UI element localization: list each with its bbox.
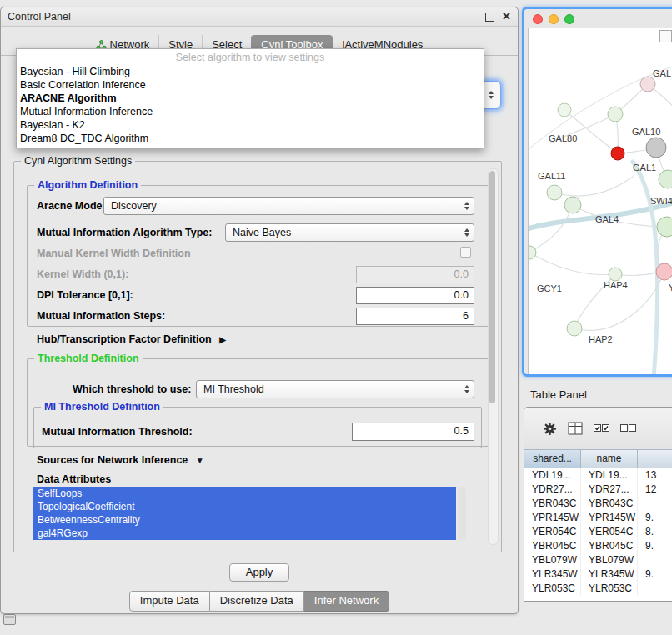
- window-controls: ✕: [485, 8, 511, 26]
- data-attribute-item-selfloops[interactable]: SelfLoops: [33, 487, 456, 500]
- kernel-width-label: Kernel Width (0,1):: [37, 268, 128, 280]
- apply-button[interactable]: Apply: [229, 563, 289, 582]
- network-node[interactable]: [609, 268, 622, 281]
- column-header-name[interactable]: name: [581, 450, 638, 468]
- network-node[interactable]: [646, 138, 666, 158]
- network-edge: [554, 177, 633, 196]
- hub-section-label: Hub/Transcription Factor Definition: [37, 333, 212, 345]
- network-node[interactable]: [529, 246, 536, 259]
- select-columns-icon[interactable]: [568, 422, 583, 435]
- network-view-window[interactable]: GALGAL80GAL10GAL11GAL1SWI4GAL4GCY1HAP4HA…: [522, 7, 672, 377]
- deselect-all-rows-icon[interactable]: [620, 424, 636, 432]
- minimize-window-icon[interactable]: [549, 14, 559, 24]
- table-row[interactable]: YLR053CYLR053C: [524, 582, 672, 596]
- table-row[interactable]: YLR345WYLR345W9.: [524, 568, 672, 582]
- table-cell: YLR053C: [524, 582, 581, 596]
- column-header-extra[interactable]: [638, 450, 672, 468]
- table-row[interactable]: YBR045CYBR045C9.: [524, 539, 672, 553]
- table-panel-title: Table Panel: [530, 388, 587, 401]
- node-label-hap4: HAP4: [604, 280, 628, 290]
- bottom-tab-impute-data[interactable]: Impute Data: [129, 591, 210, 612]
- network-node[interactable]: [640, 77, 655, 92]
- table-row[interactable]: YER054CYER054C8.: [524, 525, 672, 539]
- aracne-mode-select[interactable]: Discovery: [103, 197, 474, 215]
- float-window-icon[interactable]: [485, 12, 494, 22]
- minimized-panel-icon[interactable]: [3, 614, 16, 625]
- which-threshold-value: MI Threshold: [203, 383, 264, 395]
- network-node[interactable]: [611, 147, 624, 160]
- mi-threshold-label: Mutual Information Threshold:: [42, 426, 193, 438]
- network-node[interactable]: [657, 217, 672, 237]
- mi-algorithm-type-select[interactable]: Naive Bayes: [225, 223, 474, 242]
- data-attributes-label: Data Attributes: [37, 473, 111, 485]
- table-cell: YBR045C: [524, 539, 581, 553]
- network-node[interactable]: [564, 197, 581, 213]
- scrollbar-thumb[interactable]: [489, 171, 495, 403]
- network-node[interactable]: [656, 263, 672, 280]
- which-threshold-label: Which threshold to use:: [73, 383, 191, 395]
- column-header-shared[interactable]: shared...: [524, 450, 581, 468]
- threshold-definition-title: Threshold Definition: [34, 352, 143, 364]
- table-body: YDL19...YDL19...13YDR27...YDR27...12YBR0…: [524, 468, 672, 601]
- network-node[interactable]: [558, 103, 571, 117]
- table-toolbar: [524, 408, 672, 449]
- network-node[interactable]: [567, 321, 582, 336]
- algorithm-option-basic-correlation-inference[interactable]: Basic Correlation Inference: [17, 78, 484, 92]
- dpi-tolerance-field[interactable]: 0.0: [356, 287, 474, 304]
- table-cell: YBR045C: [581, 539, 638, 553]
- bottom-tab-infer-network[interactable]: Infer Network: [304, 591, 389, 612]
- zoom-window-icon[interactable]: [564, 14, 574, 24]
- algorithm-option-bayesian-k2[interactable]: Bayesian - K2: [17, 118, 484, 132]
- mi-threshold-field[interactable]: 0.5: [352, 422, 474, 441]
- data-attribute-item-topologicalcoefficient[interactable]: TopologicalCoefficient: [33, 500, 456, 513]
- network-node[interactable]: [547, 185, 562, 200]
- network-edge: [529, 252, 615, 275]
- cyni-algorithm-settings-group: Cyni Algorithm Settings Algorithm Defini…: [13, 161, 502, 552]
- algorithm-option-bayesian-hill-climbing[interactable]: Bayesian - Hill Climbing: [17, 65, 484, 78]
- close-window-icon[interactable]: [533, 14, 543, 24]
- node-label-gal4: GAL4: [595, 214, 619, 224]
- stepper-icon: [464, 381, 469, 398]
- expanded-arrow-icon: ▼: [196, 456, 204, 465]
- close-icon[interactable]: ✕: [502, 8, 511, 26]
- attributes-list-scrollbar[interactable]: [458, 487, 466, 540]
- settings-scrollbar[interactable]: [488, 168, 499, 545]
- bottom-tab-discretize-data[interactable]: Discretize Data: [210, 591, 304, 612]
- data-attribute-item-gal4rgexp[interactable]: gal4RGexp: [33, 527, 456, 540]
- algorithm-option-dream8-dc-tdc-algorithm[interactable]: Dream8 DC_TDC Algorithm: [17, 132, 484, 145]
- table-cell: YLR345W: [524, 568, 581, 582]
- table-cell: 9.: [638, 539, 672, 553]
- control-panel-titlebar[interactable]: Control Panel ✕: [1, 8, 518, 27]
- algorithm-option-mutual-information-inference[interactable]: Mutual Information Inference: [17, 105, 484, 118]
- network-node[interactable]: [608, 107, 623, 122]
- manual-kernel-width-checkbox[interactable]: [460, 247, 471, 258]
- select-all-rows-icon[interactable]: [594, 424, 609, 432]
- data-attribute-item-betweennesscentrality[interactable]: BetweennessCentrality: [33, 513, 456, 527]
- dpi-tolerance-label: DPI Tolerance [0,1]:: [37, 289, 133, 301]
- node-label-gcy1: GCY1: [537, 283, 562, 293]
- network-graph: GALGAL80GAL10GAL11GAL1SWI4GAL4GCY1HAP4HA…: [529, 28, 672, 374]
- table-row[interactable]: YDL19...YDL19...13: [524, 468, 672, 482]
- table-row[interactable]: YDR27...YDR27...12: [524, 482, 672, 497]
- table-cell: YDL19...: [524, 468, 581, 482]
- sources-section-toggle[interactable]: Sources for Network Inference ▼: [37, 454, 204, 467]
- combobox-stepper-icon: [489, 82, 494, 108]
- table-cell: YDL19...: [581, 468, 638, 482]
- table-cell: 8.: [638, 525, 672, 539]
- table-cell: YLR345W: [581, 568, 638, 582]
- mi-steps-field[interactable]: 6: [356, 308, 474, 325]
- network-node[interactable]: [659, 170, 672, 188]
- which-threshold-select[interactable]: MI Threshold: [196, 380, 474, 398]
- table-cell: [638, 582, 672, 596]
- table-row[interactable]: YBL079WYBL079W: [524, 553, 672, 568]
- network-canvas[interactable]: GALGAL80GAL10GAL11GAL1SWI4GAL4GCY1HAP4HA…: [528, 28, 672, 374]
- mi-algorithm-type-value: Naive Bayes: [233, 227, 291, 238]
- node-label-gal10: GAL10: [632, 127, 660, 137]
- settings-gear-icon[interactable]: [543, 422, 557, 436]
- node-label-hap2: HAP2: [589, 334, 613, 344]
- table-row[interactable]: YPR145WYPR145W9.: [524, 511, 672, 525]
- table-row[interactable]: YBR043CYBR043C: [524, 497, 672, 511]
- algorithm-option-aracne-algorithm[interactable]: ARACNE Algorithm: [17, 92, 484, 105]
- hub-section-toggle[interactable]: Hub/Transcription Factor Definition ▶: [37, 333, 226, 346]
- table-cell: YDR27...: [581, 482, 638, 497]
